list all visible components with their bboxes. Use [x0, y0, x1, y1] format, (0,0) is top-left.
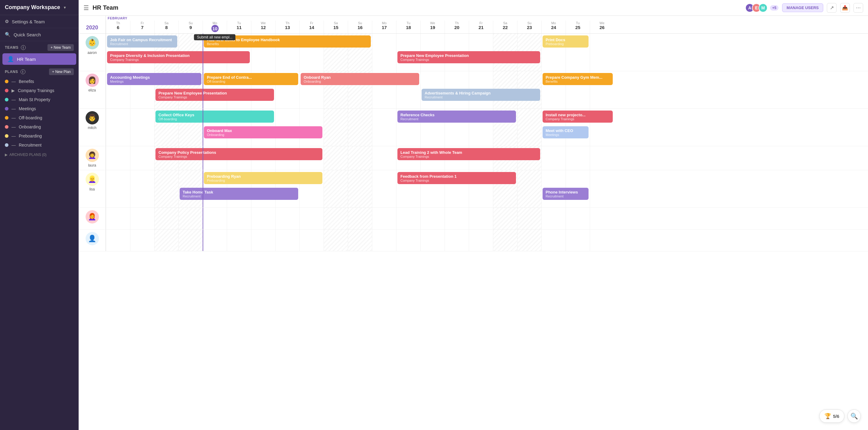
plan-label: Preboarding: [19, 134, 42, 138]
date-col-12: We12: [251, 21, 275, 33]
sidebar-item-plan-onboarding[interactable]: — Onboarding: [0, 122, 79, 132]
search-label: Quick Search: [13, 32, 41, 37]
task-bar[interactable]: Onboard Max Onboarding: [204, 126, 322, 138]
task-bar[interactable]: Print Docs Preboarding: [542, 35, 589, 48]
task-bar[interactable]: Meet with CEO Meetings: [542, 126, 589, 138]
task-bar[interactable]: Company Policy Presentations Company Tra…: [155, 148, 322, 160]
header: ☰ HR Team A E M +5 MANAGE USERS ↗ 📥 ⋯: [79, 0, 868, 16]
task-title: Take Home Task: [183, 190, 295, 194]
plan-label: Benefits: [19, 79, 34, 84]
task-bar[interactable]: Prepare New Employee Presentation Compan…: [155, 89, 274, 101]
task-bar[interactable]: Preboarding Ryan Preboarding: [204, 172, 322, 184]
plan-label: Company Trainings: [18, 88, 55, 93]
task-bar[interactable]: Prepare End of Contra... Off-boarding: [204, 73, 298, 85]
task-bar[interactable]: Lead Training 2 with Whole Team Company …: [397, 148, 540, 160]
sidebar-item-hr-team[interactable]: 👤 HR Team: [2, 53, 76, 65]
date-col-19: We19: [421, 21, 444, 33]
tasks-layer-6: [106, 230, 868, 251]
search-badge-button[interactable]: 🔍: [847, 409, 861, 423]
plan-dot: [5, 116, 8, 120]
task-bar[interactable]: Prepare Company Gym Mem... Benefits: [542, 73, 613, 85]
task-bar[interactable]: Advertisements & Hiring Campaign Recruit…: [422, 89, 540, 101]
task-plan: Off-boarding: [207, 80, 295, 83]
user-name: laura: [88, 163, 96, 168]
archived-plans[interactable]: ▶ ARCHIVED PLANS (0): [0, 150, 79, 160]
more-button[interactable]: ⋯: [854, 3, 863, 13]
date-col-10: Mo10: [203, 21, 227, 33]
task-plan: Meetings: [546, 133, 586, 137]
plan-icon: ▶: [11, 88, 15, 93]
task-title: Preboarding Ryan: [207, 174, 319, 179]
user-cell-lisa: 👱‍♀️ lisa: [79, 170, 106, 207]
task-plan: Recruitment: [183, 194, 295, 198]
sidebar-item-plan-benefits[interactable]: — Benefits: [0, 77, 79, 86]
user-cell-5: 👩‍🦰: [79, 208, 106, 229]
task-bar[interactable]: Accounting Meetings Meetings: [107, 73, 202, 85]
share-button[interactable]: ↗: [827, 3, 837, 13]
task-plan: Preboarding: [207, 179, 319, 182]
task-bar[interactable]: Take Home Task Recruitment: [180, 188, 298, 200]
date-col-11: Tu11: [227, 21, 251, 33]
sidebar-item-settings[interactable]: ⚙ Settings & Team: [0, 15, 79, 28]
plan-icon: —: [11, 115, 16, 120]
task-plan: Company Trainings: [158, 95, 271, 99]
task-bar[interactable]: Prepare Diversity & Inclusion Presentati…: [107, 51, 250, 63]
new-team-button[interactable]: + New Team: [48, 44, 74, 51]
manage-users-button[interactable]: MANAGE USERS: [782, 3, 823, 12]
plus-badge: +5: [770, 5, 778, 10]
menu-icon[interactable]: ☰: [84, 4, 89, 11]
task-plan: Benefits: [546, 80, 610, 83]
teams-info-icon[interactable]: i: [21, 45, 26, 50]
task-title: Phone Interviews: [546, 190, 586, 194]
archived-chevron: ▶: [5, 153, 7, 157]
task-title: Prepare Company Gym Mem...: [546, 75, 610, 80]
task-plan: Company Trainings: [400, 179, 513, 182]
user-name: aaron: [87, 51, 97, 55]
gantt-row: 👩‍🦰: [79, 208, 868, 230]
task-bar[interactable]: Reference Checks Recruitment: [397, 111, 516, 123]
task-title: Company Policy Presentations: [158, 150, 319, 155]
score-badge[interactable]: 🏆 5/6: [819, 409, 844, 423]
sidebar-item-plan-main-st[interactable]: — Main St Property: [0, 95, 79, 104]
avatar-stack: A E M: [745, 3, 768, 12]
task-plan: Company Trainings: [400, 155, 537, 159]
sidebar-item-plan-recruitment[interactable]: — Recruitment: [0, 141, 79, 150]
date-col-25: Tu25: [565, 21, 590, 33]
task-bar[interactable]: Install new projecto... Company Training…: [542, 111, 613, 123]
task-bar[interactable]: Phone Interviews Recruitment: [542, 188, 589, 200]
sidebar-item-plan-off-boarding[interactable]: — Off-boarding: [0, 113, 79, 122]
sidebar-item-plan-company-trainings[interactable]: ▶ Company Trainings: [0, 86, 79, 95]
gantt-row: 👤: [79, 230, 868, 251]
task-bar[interactable]: Feedback from Presentation 1 Company Tra…: [397, 172, 516, 184]
date-col-24: Mo24: [541, 21, 565, 33]
task-plan: Recruitment: [400, 117, 513, 121]
task-title: Collect Office Keys: [158, 113, 271, 117]
sidebar-item-plan-meetings[interactable]: — Meetings: [0, 104, 79, 113]
timeline-0: Submit all new empl... Job Fair on Campu…: [106, 34, 868, 71]
plans-list: — Benefits ▶ Company Trainings — Main St…: [0, 77, 79, 150]
year-label: 2020: [79, 16, 106, 33]
new-plan-button[interactable]: + New Plan: [49, 68, 74, 75]
task-bar[interactable]: Prepare New Employee Presentation Compan…: [397, 51, 540, 63]
plan-icon: —: [11, 134, 16, 138]
task-title: Print Docs: [546, 37, 586, 42]
tasks-layer-1: Accounting Meetings Meetings Prepare End…: [106, 71, 868, 108]
bottom-badges: 🏆 5/6 🔍: [819, 409, 861, 423]
february-group: FEBRUARY Th6Fr7Sa8Su9Mo10Tu11We12Th13Fr1…: [106, 16, 614, 33]
task-bar[interactable]: Collect Office Keys Off-boarding: [155, 111, 274, 123]
task-bar[interactable]: Job Fair on Campus Recruitment Recruitme…: [107, 35, 177, 48]
task-title: Onboard Ryan: [304, 75, 416, 80]
task-bar[interactable]: Onboard Ryan Onboarding: [301, 73, 419, 85]
sidebar-item-plan-preboarding[interactable]: — Preboarding: [0, 132, 79, 141]
plan-label: Meetings: [19, 106, 36, 111]
date-col-13: Th13: [275, 21, 300, 33]
user-cell-aaron: 👶 aaron: [79, 34, 106, 71]
task-title: Lead Training 2 with Whole Team: [400, 150, 537, 155]
score-label: 5/6: [833, 414, 839, 419]
workspace-title[interactable]: Company Workspace ▾: [0, 0, 79, 15]
inbox-button[interactable]: 📥: [840, 3, 850, 13]
task-plan: Onboarding: [207, 133, 319, 137]
user-cell-mitch: 👨 mitch: [79, 109, 106, 146]
plans-info-icon[interactable]: i: [21, 69, 25, 74]
sidebar-item-search[interactable]: 🔍 Quick Search: [0, 28, 79, 41]
